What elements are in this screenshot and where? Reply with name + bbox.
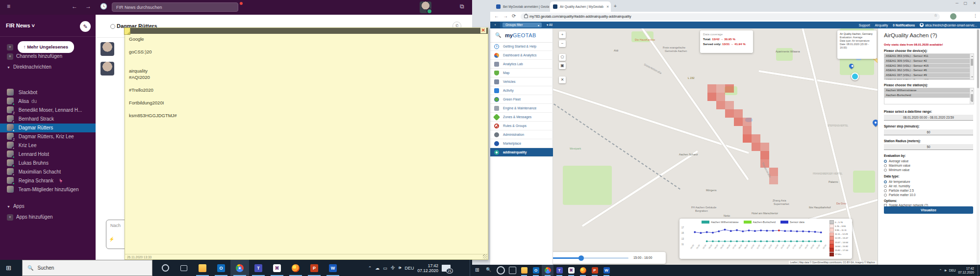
word-icon[interactable]: W (324, 260, 342, 276)
firefox-icon[interactable] (577, 265, 589, 276)
teams-icon[interactable]: T (249, 260, 268, 276)
minimize-window-icon[interactable]: ─ (955, 1, 958, 5)
scrollbar[interactable] (970, 54, 974, 79)
heat-cell[interactable] (716, 84, 725, 93)
geotab-menu-item[interactable]: Getting Started & Help (490, 42, 553, 51)
device-option[interactable]: ASEAG 309 (VDL) - Sensor #2 (884, 59, 974, 64)
heat-cell[interactable] (734, 109, 743, 118)
sidebar-collapse-icon[interactable]: ‹ (490, 22, 500, 28)
map-canvas[interactable]: Die HausKantineAldiFreie evangelischeGem… (553, 28, 878, 265)
visualize-button[interactable]: Visualize (884, 206, 973, 214)
radio-option[interactable]: Particle matter 2.5 (884, 188, 973, 193)
device-multiselect[interactable]: ASEAG 353 (VDL) - Sensor #11ASEAG 309 (V… (884, 53, 974, 80)
station-option[interactable]: Aachen Wilhemstrasse (884, 88, 974, 93)
geotab-menu-item[interactable]: Map (490, 69, 553, 77)
groups-filter-dropdown[interactable]: Groups filter▼ (503, 23, 542, 27)
geotab-menu-item[interactable]: Green Fleet (490, 95, 553, 104)
start-button-icon[interactable]: ⊞ (6, 264, 11, 272)
geotab-menu-item[interactable]: Administration (490, 130, 553, 139)
slider-handle[interactable] (578, 255, 584, 261)
history-clock-icon[interactable]: 🕓 (100, 3, 107, 10)
chrome-icon[interactable] (230, 260, 249, 276)
sticky-note-titlebar[interactable] (125, 28, 488, 34)
clear-drawing-button[interactable]: ✕ (559, 76, 566, 83)
dm-list-item[interactable]: Team-Mitglieder hinzufügen (0, 185, 96, 194)
zoom-out-button[interactable]: − (559, 40, 566, 47)
device-option[interactable]: ASEAG 337 (VDL) - Sensor #9 (884, 73, 974, 78)
heat-cell[interactable] (752, 134, 760, 143)
radio-option[interactable]: Air temperature (884, 179, 973, 184)
maximize-window-icon[interactable]: ▢ (963, 1, 967, 5)
device-option[interactable]: ASEAG 361 (VDL) - Sensor #16 (884, 78, 974, 80)
bookmark-star-icon[interactable]: ☆ (934, 13, 937, 18)
dm-list-item[interactable]: Lukas Bruhns (0, 159, 96, 168)
compose-icon[interactable]: ✎ (80, 21, 91, 32)
restore-window-icon[interactable]: ⧉ (460, 3, 464, 10)
heat-cell[interactable] (743, 126, 752, 134)
heat-cell[interactable] (743, 134, 752, 143)
reload-icon[interactable]: ⟳ (512, 13, 516, 19)
radio-option[interactable]: Air rel. humidity (884, 184, 973, 188)
panel-scrollbar[interactable] (977, 28, 980, 265)
search-icon[interactable]: 🔍 (486, 267, 491, 272)
show-desktop-button[interactable] (978, 265, 980, 276)
file-explorer-icon[interactable] (193, 260, 212, 276)
groups-filter-all[interactable]: ▾ All (547, 23, 553, 27)
airquality-link[interactable]: Airquality (875, 24, 888, 27)
history-back-icon[interactable]: ← (72, 3, 77, 10)
add-channels-button[interactable]: +Channels hinzufügen (0, 52, 96, 61)
geotab-menu-item[interactable]: addinairquality (490, 148, 553, 157)
taskbar-clock[interactable]: 17:4207.12.2020 (417, 263, 438, 273)
geotab-menu-item[interactable]: Activity (490, 86, 553, 95)
slack-icon[interactable]: ⌘ (565, 265, 577, 276)
sticky-note-text[interactable]: Google goCSS:)20 airquality #AQI2020 #Tr… (129, 36, 472, 119)
more-unread-button[interactable]: + ↑ Mehr Ungelesenes (0, 41, 96, 50)
geotab-menu-item[interactable]: Rules & Groups (490, 122, 553, 130)
volume-icon[interactable]: 🕪 (399, 265, 402, 271)
heat-cell[interactable] (707, 84, 716, 93)
station-option[interactable]: Aachen-Burtscheid (884, 93, 974, 98)
taskbar-clock[interactable]: 17:4207.12.2020 (958, 267, 974, 275)
task-view-icon[interactable] (506, 265, 518, 276)
draw-polygon-button[interactable]: ⬠ (559, 54, 566, 61)
task-view-icon[interactable] (175, 260, 193, 276)
browser-tab[interactable]: Bei MyGeotab anmelden | Geota... ✕ (493, 1, 549, 12)
heat-cell[interactable] (760, 143, 769, 151)
outlook-icon[interactable]: O (212, 260, 230, 276)
chrome-icon[interactable] (542, 265, 553, 276)
station-multiselect[interactable]: Aachen WilhemstrasseAachen-Burtscheid (884, 88, 974, 104)
shortcut-bolt-icon[interactable]: ⚡ (109, 237, 114, 242)
draw-rectangle-button[interactable]: ▣ (559, 62, 566, 69)
history-forward-icon[interactable]: → (85, 3, 91, 10)
file-explorer-icon[interactable] (518, 265, 530, 276)
radio-option[interactable]: Average value (884, 159, 973, 163)
device-option[interactable]: ASEAG 353 (VDL) - Sensor #11 (884, 54, 974, 59)
zoom-in-button[interactable]: + (559, 31, 566, 38)
new-tab-icon[interactable]: + (614, 3, 617, 9)
search-icon[interactable]: 🔍 (495, 32, 501, 38)
dm-list-item[interactable]: Bernhard Strack (0, 115, 96, 124)
heat-cell[interactable] (725, 109, 734, 118)
heat-cell[interactable] (707, 93, 716, 101)
geotab-menu-item[interactable]: Engine & Maintenance (490, 104, 553, 113)
apps-section-header[interactable]: ▼Apps (0, 202, 96, 211)
browser-tab-active[interactable]: Air Quality Aachen | MyGeotab ✕ (550, 1, 611, 12)
user-avatar[interactable] (420, 1, 431, 13)
dm-list-item[interactable]: 2 Benedikt Moser, Lennard H... (0, 106, 96, 115)
chevron-up-icon[interactable]: ⌃ (368, 266, 372, 271)
radio-option[interactable]: Maximum value (884, 163, 973, 168)
volume-icon[interactable]: 🕪 (944, 269, 946, 273)
heat-cell[interactable] (760, 151, 769, 159)
hamburger-menu-icon[interactable]: ≡ (7, 3, 10, 10)
dm-list-item[interactable]: Lennard Holst (0, 150, 96, 159)
onedrive-icon[interactable]: ☁ (375, 266, 379, 271)
geotab-menu-item[interactable]: Vehicles (490, 77, 553, 86)
heat-cell[interactable] (716, 101, 725, 109)
add-apps-button[interactable]: +Apps hinzufügen (0, 213, 96, 222)
start-button-icon[interactable]: ⊞ (475, 267, 479, 273)
chrome-menu-icon[interactable]: ⋮ (973, 13, 978, 18)
powerpoint-icon[interactable]: P (589, 265, 601, 276)
radio-option[interactable]: Minimum value (884, 168, 973, 172)
dm-list-item[interactable]: Slackbot (0, 88, 96, 97)
keyboard-language[interactable]: DEU (404, 266, 414, 271)
